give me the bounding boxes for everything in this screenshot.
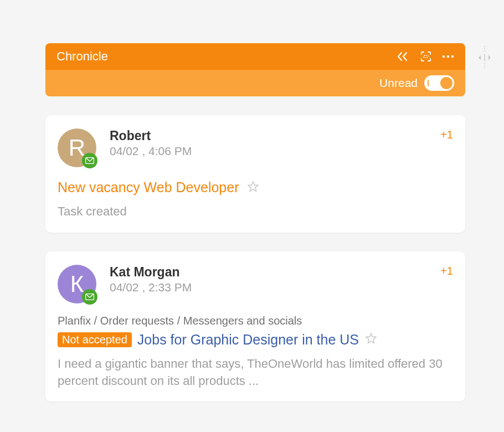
avatar[interactable]: R — [58, 128, 96, 167]
author-name: Kat Morgan — [110, 265, 440, 280]
star-icon[interactable] — [364, 332, 378, 347]
timestamp: 04/02 , 4:06 PM — [110, 145, 440, 158]
star-icon[interactable] — [246, 180, 260, 196]
svg-point-2 — [447, 55, 449, 58]
unread-toggle[interactable] — [424, 75, 454, 91]
entry-body: Task created — [58, 203, 453, 220]
scan-icon[interactable] — [420, 50, 432, 63]
collapse-icon[interactable] — [397, 51, 410, 62]
panel-header: Chronicle — [45, 43, 465, 70]
unread-count[interactable]: +1 — [440, 128, 453, 141]
entry-title[interactable]: New vacancy Web Developer — [58, 179, 239, 196]
more-icon[interactable] — [442, 55, 454, 58]
svg-rect-0 — [424, 55, 428, 58]
mail-badge-icon — [82, 289, 97, 305]
resize-handle-icon[interactable] — [476, 45, 493, 72]
entry-title[interactable]: Jobs for Graphic Designer in the US — [137, 332, 359, 348]
chronicle-entry[interactable]: R Robert 04/02 , 4:06 PM +1 New vacancy … — [45, 115, 465, 233]
header-actions — [397, 50, 454, 63]
entry-body: I need a gigantic banner that says, TheO… — [58, 356, 453, 390]
panel-title: Chronicle — [56, 49, 397, 64]
svg-point-1 — [443, 55, 445, 58]
unread-label: Unread — [379, 76, 418, 90]
svg-point-3 — [451, 55, 454, 58]
unread-count[interactable]: +1 — [440, 265, 453, 277]
avatar[interactable]: К — [58, 265, 96, 304]
mail-badge-icon — [82, 153, 97, 168]
chronicle-entry[interactable]: К Kat Morgan 04/02 , 2:33 PM +1 Planfix … — [45, 251, 465, 402]
chronicle-panel: Chronicle — [45, 43, 465, 402]
breadcrumb[interactable]: Planfix / Order requests / Messengers an… — [58, 315, 453, 327]
author-name: Robert — [110, 128, 440, 143]
timestamp: 04/02 , 2:33 PM — [110, 281, 440, 294]
status-badge: Not accepted — [58, 332, 132, 347]
panel-subheader: Unread — [45, 70, 465, 96]
